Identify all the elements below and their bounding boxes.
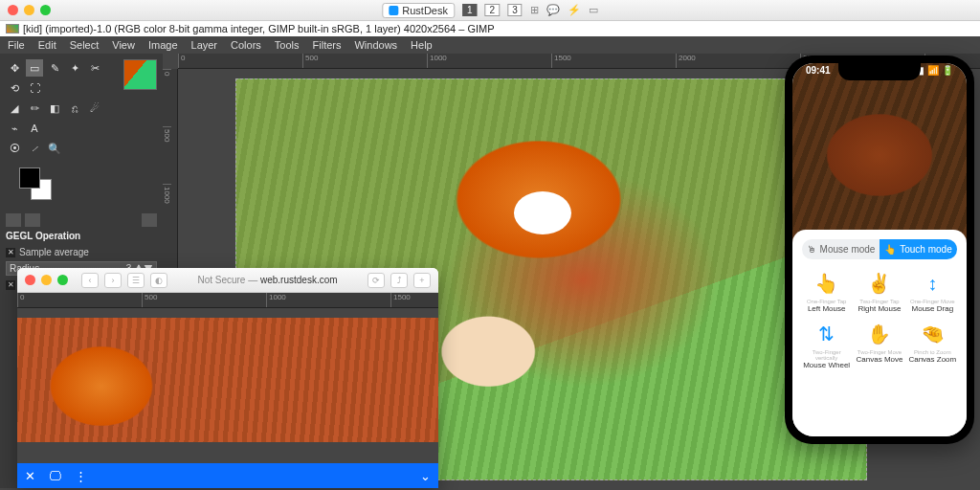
options-menu-icon[interactable]	[142, 213, 157, 227]
menu-filters[interactable]: Filters	[313, 39, 342, 51]
menu-select[interactable]: Select	[70, 39, 100, 51]
close-icon[interactable]	[25, 275, 35, 285]
crop-tool-icon[interactable]: ✂	[86, 59, 103, 77]
options-tab-icon[interactable]	[6, 213, 21, 227]
gesture-label: Mouse Drag	[908, 304, 957, 314]
gesture-label: Mouse Wheel	[802, 361, 851, 370]
tab-2[interactable]: 2	[485, 4, 501, 16]
menu-edit[interactable]: Edit	[38, 39, 56, 51]
screen-icon[interactable]: ▭	[589, 4, 598, 16]
picker-tool-icon[interactable]: ⦿	[6, 140, 23, 157]
bolt-icon[interactable]: ⚡	[568, 4, 581, 16]
minimize-icon[interactable]	[41, 275, 52, 285]
transform-tool-icon[interactable]: ⟲	[6, 79, 23, 97]
sample-average-row[interactable]: ✕ Sample average	[6, 245, 157, 259]
ruler-tick: 2000	[676, 54, 800, 68]
grid-icon[interactable]: ⊞	[530, 4, 539, 16]
gesture-right-mouse: ✌ Two-Finger Tap Right Mouse	[855, 269, 903, 314]
menu-tools[interactable]: Tools	[275, 39, 300, 51]
mac-titlebar: RustDesk 1 2 3 ⊞ 💬 ⚡ ▭	[0, 0, 980, 21]
menu-help[interactable]: Help	[411, 39, 433, 51]
rect-select-tool-icon[interactable]: ▭	[26, 59, 43, 77]
address-bar[interactable]: Not Secure — web.rustdesk.com	[173, 275, 362, 285]
sidebar-button[interactable]: ☰	[127, 273, 145, 288]
bucket-tool-icon[interactable]: ◢	[6, 100, 23, 117]
text-tool-icon[interactable]: A	[26, 120, 43, 137]
gesture-mouse-drag: ↕ One-Finger Move Mouse Drag	[908, 269, 957, 314]
menu-layer[interactable]: Layer	[191, 39, 218, 51]
ruler-tick: 1500	[390, 293, 438, 307]
ruler-tick: 1000	[427, 54, 551, 68]
gesture-label: Canvas Move	[855, 355, 903, 365]
file-thumb-icon	[6, 24, 19, 33]
close-icon[interactable]	[8, 5, 18, 15]
path-tool-icon[interactable]: ⌁	[6, 120, 23, 137]
more-icon[interactable]: ⋮	[75, 469, 87, 483]
clone-tool-icon[interactable]: ⎌	[66, 100, 83, 117]
gesture-hint: Two-Finger Move	[855, 349, 903, 355]
image-thumbnail[interactable]	[123, 59, 157, 90]
measure-tool-icon[interactable]: ⟋	[26, 140, 43, 157]
zoom-tool-icon[interactable]: 🔍	[46, 140, 63, 157]
ruler-tick: 500	[302, 54, 427, 68]
chat-icon[interactable]: 💬	[546, 4, 560, 16]
display-icon[interactable]: 🖵	[49, 469, 61, 483]
options-tab2-icon[interactable]	[25, 213, 40, 227]
new-tab-button[interactable]: +	[413, 273, 431, 288]
gesture-help-sheet: 🖱 Mouse mode 👆 Touch mode 👆 One-Finger T…	[792, 230, 967, 436]
shield-icon[interactable]: ◐	[150, 273, 167, 288]
pinch-icon: 🤏	[917, 320, 947, 348]
gesture-left-mouse: 👆 One-Finger Tap Left Mouse	[802, 269, 851, 314]
fg-bg-swatch[interactable]	[19, 167, 52, 200]
phone-screen: 09:41 ▮▮▮ 📶 🔋 🖱 Mouse mode 👆 Touch mode …	[792, 63, 967, 436]
eraser-tool-icon[interactable]: ◧	[46, 100, 63, 117]
back-button[interactable]: ‹	[81, 273, 99, 288]
app-tab[interactable]: RustDesk	[382, 3, 455, 18]
minimize-icon[interactable]	[24, 5, 34, 15]
fg-color-swatch[interactable]	[19, 167, 40, 189]
scroll-icon: ⇅	[812, 320, 842, 348]
titlebar-center: RustDesk 1 2 3 ⊞ 💬 ⚡ ▭	[382, 3, 597, 18]
pan-icon: ✋	[864, 320, 895, 348]
gimp-title-text: [kid] (imported)-1.0 (RGB color 8-bit ga…	[23, 23, 495, 34]
mouse-icon: 🖱	[807, 244, 816, 255]
mouse-mode-tab[interactable]: 🖱 Mouse mode	[802, 239, 880, 259]
menu-windows[interactable]: Windows	[354, 39, 397, 51]
share-button[interactable]: ⤴	[390, 273, 408, 288]
checkbox-icon[interactable]: ✕	[6, 248, 15, 257]
checkbox-icon[interactable]: ✕	[6, 280, 15, 290]
browser-toolbar: ‹ › ☰ ◐ Not Secure — web.rustdesk.com ⟳ …	[17, 268, 438, 293]
maximize-icon[interactable]	[40, 5, 51, 15]
gesture-label: Canvas Zoom	[908, 355, 957, 365]
forward-button[interactable]: ›	[104, 273, 122, 288]
warp-tool-icon[interactable]: ⛶	[26, 79, 43, 97]
remote-canvas-image	[17, 318, 438, 442]
free-select-tool-icon[interactable]: ✎	[46, 59, 63, 77]
tab-1[interactable]: 1	[462, 4, 478, 16]
fuzzy-select-tool-icon[interactable]: ✦	[66, 59, 83, 77]
gesture-canvas-move: ✋ Two-Finger Move Canvas Move	[855, 320, 903, 370]
menu-view[interactable]: View	[112, 39, 135, 51]
ruler-tick: 0	[178, 54, 302, 68]
tab-3[interactable]: 3	[507, 4, 523, 16]
reload-button[interactable]: ⟳	[368, 273, 385, 288]
ruler-tick: 500	[163, 126, 171, 184]
ruler-tick: 0	[163, 69, 171, 126]
brush-tool-icon[interactable]: ✏	[26, 100, 43, 117]
smudge-tool-icon[interactable]: ☄	[86, 100, 103, 117]
move-tool-icon[interactable]: ✥	[6, 59, 23, 77]
menu-colors[interactable]: Colors	[231, 39, 261, 51]
window-controls	[8, 5, 51, 15]
ruler-tick: 500	[142, 293, 266, 307]
sample-average-label: Sample average	[19, 247, 89, 257]
input-mode-toggle[interactable]: 🖱 Mouse mode 👆 Touch mode	[802, 239, 957, 259]
maximize-icon[interactable]	[57, 275, 68, 285]
menu-image[interactable]: Image	[148, 39, 178, 51]
touch-mode-tab[interactable]: 👆 Touch mode	[880, 239, 957, 259]
ruler-tick: 0	[17, 293, 142, 307]
phone-frame: 09:41 ▮▮▮ 📶 🔋 🖱 Mouse mode 👆 Touch mode …	[785, 56, 974, 444]
chevron-down-icon[interactable]: ⌄	[420, 469, 431, 483]
menu-file[interactable]: File	[8, 39, 25, 51]
touch-mode-label: Touch mode	[900, 244, 951, 255]
close-session-icon[interactable]: ✕	[25, 469, 35, 483]
